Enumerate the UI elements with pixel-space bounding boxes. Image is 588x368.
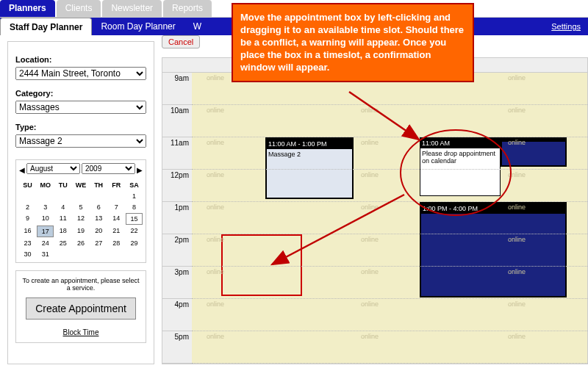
watermark: online xyxy=(508,74,526,82)
time-label: 10am xyxy=(162,105,192,137)
watermark: online xyxy=(361,171,379,178)
calendar-day xyxy=(72,191,89,201)
schedule-grid[interactable]: 11:00 AM - 1:00 PM Massage 2 11:00 AM Pl… xyxy=(192,73,587,364)
calendar-dayhead: TH xyxy=(90,180,107,190)
calendar-day[interactable]: 6 xyxy=(90,202,107,212)
tab-clients[interactable]: Clients xyxy=(57,0,101,17)
calendar-day[interactable]: 31 xyxy=(37,249,54,259)
watermark: online xyxy=(207,236,224,243)
tab-planners[interactable]: Planners xyxy=(0,0,55,17)
watermark: online xyxy=(207,203,224,211)
create-appointment-button[interactable]: Create Appointment xyxy=(26,297,136,320)
calendar-day[interactable]: 21 xyxy=(108,226,125,237)
watermark: online xyxy=(207,333,224,340)
calendar-day[interactable]: 3 xyxy=(37,202,54,212)
calendar-prev-icon[interactable]: ◀ xyxy=(19,166,25,174)
calendar-day[interactable]: 7 xyxy=(108,202,125,212)
time-label: 5pm xyxy=(162,331,192,364)
watermark: online xyxy=(207,139,224,146)
time-label: 4pm xyxy=(162,299,192,331)
create-hint: To create an appointment, please select … xyxy=(22,277,140,292)
location-select[interactable]: 2444 Main Street, Toronto xyxy=(15,67,146,80)
category-label: Category: xyxy=(15,89,146,98)
watermark: online xyxy=(508,107,526,114)
time-label: 11am xyxy=(162,137,192,170)
watermark: online xyxy=(361,300,379,308)
grid-row xyxy=(192,170,587,202)
watermark: online xyxy=(508,203,526,211)
grid-row xyxy=(192,202,587,234)
calendar-day[interactable]: 5 xyxy=(72,202,89,212)
calendar-day[interactable]: 1 xyxy=(126,191,143,201)
calendar-day[interactable]: 25 xyxy=(54,238,71,248)
calendar-day[interactable]: 11 xyxy=(54,213,71,225)
watermark: online xyxy=(508,300,526,308)
watermark: online xyxy=(361,139,379,146)
calendar-day[interactable]: 4 xyxy=(54,202,71,212)
calendar-day[interactable]: 13 xyxy=(90,213,107,225)
calendar-day[interactable]: 15 xyxy=(126,213,143,225)
tab-newsletter[interactable]: Newsletter xyxy=(102,0,162,17)
calendar-day[interactable]: 22 xyxy=(126,226,143,237)
time-column: 9am10am11am12pm1pm2pm3pm4pm5pm xyxy=(162,73,192,364)
mini-calendar: ◀ August 2009 ▶ SUMOTUWETHFRSA1234567891… xyxy=(15,159,146,263)
settings-link[interactable]: Settings xyxy=(551,22,581,31)
calendar-day[interactable]: 9 xyxy=(19,213,36,225)
calendar-day[interactable]: 29 xyxy=(126,238,143,248)
category-select[interactable]: Massages xyxy=(15,101,146,114)
cancel-button[interactable]: Cancel xyxy=(162,35,200,48)
calendar-day[interactable]: 28 xyxy=(108,238,125,248)
calendar-day[interactable]: 10 xyxy=(37,213,54,225)
watermark: online xyxy=(207,107,224,114)
watermark: online xyxy=(207,171,224,178)
calendar-next-icon[interactable]: ▶ xyxy=(137,166,143,174)
year-select[interactable]: 2009 xyxy=(82,163,135,174)
calendar-day[interactable]: 23 xyxy=(19,238,36,248)
watermark: online xyxy=(361,236,379,243)
schedule: 9am10am11am12pm1pm2pm3pm4pm5pm 11:00 AM … xyxy=(162,57,588,364)
watermark: online xyxy=(361,333,379,340)
calendar-dayhead: TU xyxy=(54,180,71,190)
calendar-day[interactable]: 8 xyxy=(126,202,143,212)
content: Cancel 9am10am11am12pm1pm2pm3pm4pm5pm 11… xyxy=(154,35,588,364)
calendar-dayhead: SA xyxy=(126,180,143,190)
calendar-day[interactable]: 19 xyxy=(72,226,89,237)
tab-reports[interactable]: Reports xyxy=(163,0,212,17)
type-label: Type: xyxy=(15,123,146,131)
watermark: online xyxy=(508,236,526,243)
calendar-day[interactable]: 27 xyxy=(90,238,107,248)
calendar-day[interactable]: 12 xyxy=(72,213,89,225)
calendar-day[interactable]: 14 xyxy=(108,213,125,225)
calendar-day[interactable]: 24 xyxy=(37,238,54,248)
type-select[interactable]: Massage 2 xyxy=(15,134,146,148)
calendar-day xyxy=(54,191,71,201)
calendar-day xyxy=(108,191,125,201)
grid-row xyxy=(192,267,587,299)
time-label: 9am xyxy=(162,73,192,105)
calendar-day[interactable]: 20 xyxy=(90,226,107,237)
watermark: online xyxy=(508,171,526,178)
calendar-day[interactable]: 30 xyxy=(19,249,36,259)
calendar-day[interactable]: 18 xyxy=(54,226,71,237)
watermark: online xyxy=(508,268,526,275)
time-label: 2pm xyxy=(162,234,192,267)
calendar-dayhead: FR xyxy=(108,180,125,190)
instruction-callout: Move the appointment box by left-clickin… xyxy=(232,3,474,82)
subtab-w[interactable]: W xyxy=(184,18,210,35)
time-label: 3pm xyxy=(162,267,192,299)
time-label: 1pm xyxy=(162,202,192,234)
calendar-day[interactable]: 17 xyxy=(37,226,54,237)
sidebar: Location: 2444 Main Street, Toronto Cate… xyxy=(7,41,154,364)
grid-row xyxy=(192,331,587,364)
grid-row xyxy=(192,299,587,331)
subtab-room-day-planner[interactable]: Room Day Planner xyxy=(92,18,184,35)
block-time-link[interactable]: Block Time xyxy=(22,328,140,336)
calendar-day[interactable]: 2 xyxy=(19,202,36,212)
month-select[interactable]: August xyxy=(26,163,80,174)
watermark: online xyxy=(207,300,224,308)
calendar-day[interactable]: 26 xyxy=(72,238,89,248)
watermark: online xyxy=(207,268,224,275)
calendar-day[interactable]: 16 xyxy=(19,226,36,237)
subtab-staff-day-planner[interactable]: Staff Day Planner xyxy=(0,18,92,35)
calendar-dayhead: SU xyxy=(19,180,36,190)
